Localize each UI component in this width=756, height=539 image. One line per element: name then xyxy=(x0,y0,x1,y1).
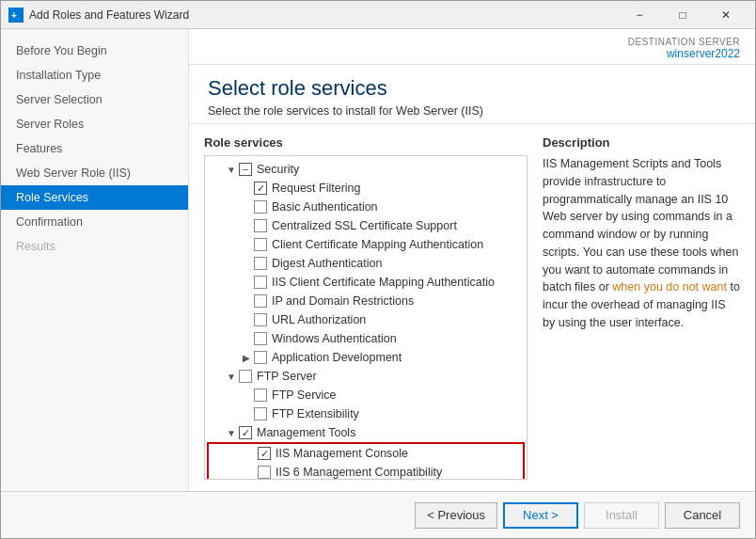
destination-info: DESTINATION SERVER winserver2022 xyxy=(628,37,740,60)
svg-text:+: + xyxy=(11,10,17,21)
sidebar-item-features[interactable]: Features xyxy=(1,136,188,161)
tree-item-ftp-service[interactable]: FTP Service xyxy=(205,386,527,404)
tree-item-ftp-extensibility[interactable]: FTP Extensibility xyxy=(205,404,527,423)
label-windows-auth: Windows Authentication xyxy=(272,332,397,345)
expand-ftp-service-icon xyxy=(239,388,254,403)
description-column: Description IIS Management Scripts and T… xyxy=(543,135,740,480)
window-controls: − □ ✕ xyxy=(618,1,748,29)
sidebar-item-server-selection[interactable]: Server Selection xyxy=(1,87,188,112)
checkbox-centralized-ssl[interactable] xyxy=(254,219,267,232)
next-button[interactable]: Next > xyxy=(503,502,578,529)
app-icon: + xyxy=(8,8,24,23)
page-subtitle: Select the role services to install for … xyxy=(208,104,736,118)
checkbox-security[interactable] xyxy=(239,163,252,176)
checkbox-app-dev[interactable] xyxy=(254,351,267,364)
checkbox-ftp-extensibility[interactable] xyxy=(254,407,267,420)
checkbox-ftp-server[interactable] xyxy=(239,370,252,383)
checkbox-digest-auth[interactable] xyxy=(254,257,267,270)
tree-item-security[interactable]: ▼ Security xyxy=(205,160,527,179)
sidebar-item-installation-type[interactable]: Installation Type xyxy=(1,63,188,87)
checkbox-iis6-compat[interactable] xyxy=(258,466,271,479)
checkbox-windows-auth[interactable] xyxy=(254,332,267,345)
expand-security-icon[interactable]: ▼ xyxy=(224,162,239,177)
tree-item-management-tools[interactable]: ▼ Management Tools xyxy=(205,423,527,442)
checkbox-management-tools[interactable] xyxy=(239,426,252,439)
top-bar: DESTINATION SERVER winserver2022 xyxy=(189,29,755,65)
label-ftp-server: FTP Server xyxy=(257,370,317,383)
tree-item-ftp-server[interactable]: ▼ FTP Server xyxy=(205,367,527,386)
label-ftp-service: FTP Service xyxy=(272,388,337,402)
checkbox-ftp-service[interactable] xyxy=(254,388,267,402)
tree-item-url-auth[interactable]: URL Authorization xyxy=(205,310,527,329)
label-basic-auth: Basic Authentication xyxy=(272,200,378,214)
label-client-cert-mapping: Client Certificate Mapping Authenticatio… xyxy=(272,238,483,251)
expand-url-auth-icon xyxy=(239,312,254,327)
tree-item-windows-auth[interactable]: Windows Authentication xyxy=(205,329,527,348)
right-content: DESTINATION SERVER winserver2022 Select … xyxy=(189,29,755,491)
label-url-auth: URL Authorization xyxy=(272,313,366,326)
tree-item-basic-auth[interactable]: Basic Authentication xyxy=(205,198,527,216)
label-management-tools: Management Tools xyxy=(257,426,355,439)
sidebar-item-results: Results xyxy=(1,234,188,259)
maximize-button[interactable]: □ xyxy=(661,1,704,29)
previous-button[interactable]: < Previous xyxy=(415,502,497,529)
role-services-heading: Role services xyxy=(204,135,528,150)
label-iis6-compat: IIS 6 Management Compatibility xyxy=(276,466,442,479)
sidebar: Before You Begin Installation Type Serve… xyxy=(1,29,189,491)
expand-digest-auth-icon xyxy=(239,256,254,271)
cancel-button[interactable]: Cancel xyxy=(665,502,740,529)
expand-iis6-compat-icon xyxy=(243,465,258,480)
expand-app-dev-icon[interactable]: ▶ xyxy=(239,350,254,365)
sidebar-item-web-server-role[interactable]: Web Server Role (IIS) xyxy=(1,161,188,185)
minimize-button[interactable]: − xyxy=(618,1,661,29)
checkbox-client-cert-mapping[interactable] xyxy=(254,238,267,251)
install-button: Install xyxy=(584,502,659,529)
description-heading: Description xyxy=(543,135,740,150)
two-col-layout: Role services ▼ Security xyxy=(189,124,755,491)
tree-item-client-cert-mapping[interactable]: Client Certificate Mapping Authenticatio… xyxy=(205,235,527,254)
expand-management-tools-icon[interactable]: ▼ xyxy=(224,425,239,440)
tree-item-digest-auth[interactable]: Digest Authentication xyxy=(205,254,527,273)
expand-basic-auth-icon xyxy=(239,199,254,214)
checkbox-request-filtering[interactable] xyxy=(254,182,267,195)
label-security: Security xyxy=(257,163,299,176)
checkbox-iis-mgmt-console[interactable] xyxy=(258,447,271,460)
expand-ftp-server-icon[interactable]: ▼ xyxy=(224,369,239,384)
tree-item-request-filtering[interactable]: Request Filtering xyxy=(205,179,527,198)
footer: < Previous Next > Install Cancel xyxy=(1,491,755,538)
window-title: Add Roles and Features Wizard xyxy=(29,8,618,22)
sidebar-item-confirmation[interactable]: Confirmation xyxy=(1,210,188,234)
checkbox-basic-auth[interactable] xyxy=(254,200,267,214)
sidebar-item-server-roles[interactable]: Server Roles xyxy=(1,112,188,136)
destination-label: DESTINATION SERVER xyxy=(628,37,740,47)
tree-item-centralized-ssl[interactable]: Centralized SSL Certificate Support xyxy=(205,216,527,235)
expand-client-cert-mapping-icon xyxy=(239,237,254,252)
checkbox-url-auth[interactable] xyxy=(254,313,267,326)
expand-request-filtering-icon xyxy=(239,181,254,196)
label-ip-domain: IP and Domain Restrictions xyxy=(272,294,414,308)
close-button[interactable]: ✕ xyxy=(704,1,748,29)
label-iis-client-cert: IIS Client Certificate Mapping Authentic… xyxy=(272,276,495,289)
label-app-dev: Application Development xyxy=(272,351,402,364)
page-title: Select role services xyxy=(208,76,736,101)
role-services-column: Role services ▼ Security xyxy=(204,135,528,480)
expand-ftp-extensibility-icon xyxy=(239,406,254,421)
description-body: IIS Management Scripts and Tools provide… xyxy=(543,155,740,332)
tree-item-iis-mgmt-console[interactable]: IIS Management Console xyxy=(209,444,523,463)
label-ftp-extensibility: FTP Extensibility xyxy=(272,407,359,420)
tree-item-ip-domain[interactable]: IP and Domain Restrictions xyxy=(205,292,527,310)
expand-iis-mgmt-console-icon xyxy=(243,446,258,461)
sidebar-item-before-you-begin[interactable]: Before You Begin xyxy=(1,39,188,63)
checkbox-iis-client-cert[interactable] xyxy=(254,276,267,289)
tree-container[interactable]: ▼ Security Request Filtering xyxy=(204,155,528,480)
expand-iis-client-cert-icon xyxy=(239,275,254,290)
tree-item-iis6-compat[interactable]: IIS 6 Management Compatibility xyxy=(209,463,523,480)
tree-item-iis-client-cert[interactable]: IIS Client Certificate Mapping Authentic… xyxy=(205,273,527,292)
tree-item-app-dev[interactable]: ▶ Application Development xyxy=(205,348,527,367)
checkbox-ip-domain[interactable] xyxy=(254,294,267,308)
expand-windows-auth-icon xyxy=(239,331,254,346)
titlebar: + Add Roles and Features Wizard − □ ✕ xyxy=(1,1,755,29)
sidebar-item-role-services[interactable]: Role Services xyxy=(1,185,188,210)
description-orange-phrase: when you do not want xyxy=(612,280,727,293)
destination-server: winserver2022 xyxy=(628,47,740,60)
